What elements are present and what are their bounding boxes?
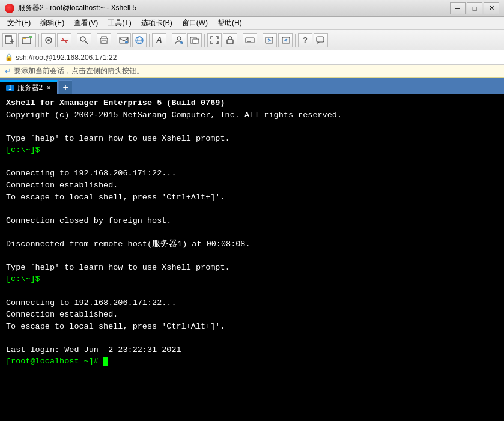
- terminal-line-6: [6, 156, 498, 168]
- new-session-button[interactable]: [2, 33, 17, 47]
- properties-button[interactable]: [41, 33, 56, 47]
- svg-rect-21: [193, 39, 199, 43]
- terminal-line-11: Connection closed by foreign host.: [6, 215, 498, 227]
- svg-rect-4: [29, 36, 32, 38]
- svg-rect-14: [125, 41, 128, 43]
- menu-help[interactable]: 帮助(H): [213, 17, 247, 29]
- menu-edit[interactable]: 编辑(E): [35, 17, 69, 29]
- send-button[interactable]: [117, 33, 131, 47]
- toolbar-sep-10: [295, 34, 296, 47]
- terminal-line-5: [c:\~]$: [6, 144, 498, 156]
- open-button[interactable]: [18, 33, 36, 47]
- terminal-line-2: Copyright (c) 2002-2015 NetSarang Comput…: [6, 109, 498, 121]
- toolbar-sep-3: [94, 34, 94, 47]
- terminal-line-7: Connecting to 192.168.206.171:22...: [6, 168, 498, 180]
- terminal-line-10: [6, 203, 498, 215]
- toolbar-sep-8: [240, 34, 240, 47]
- toolbar-sep-6: [169, 34, 169, 47]
- network-button[interactable]: [132, 33, 147, 47]
- terminal-line-13: Disconnected from remote host(服务器1) at 0…: [6, 238, 498, 250]
- svg-rect-23: [246, 38, 254, 43]
- terminal-line-9: To escape to local shell, press 'Ctrl+Al…: [6, 192, 498, 204]
- window-controls: ─ □ ✕: [450, 2, 499, 14]
- svg-rect-28: [266, 37, 273, 43]
- menu-tab[interactable]: 选项卡(B): [136, 17, 177, 29]
- address-bar: 🔒 ssh://root@192.168.206.171:22: [0, 50, 504, 65]
- tab-number: 1: [6, 85, 14, 91]
- terminal-line-12: [6, 226, 498, 238]
- menu-bar: 文件(F) 编辑(E) 查看(V) 工具(T) 选项卡(B) 窗口(W) 帮助(…: [0, 17, 504, 30]
- tip-arrow-icon: ↵: [5, 67, 11, 76]
- svg-point-19: [180, 41, 183, 44]
- window-title: 服务器2 - root@localhost:~ - Xshell 5: [18, 3, 450, 13]
- tab-close-icon[interactable]: ✕: [46, 85, 51, 91]
- terminal-area[interactable]: Xshell for Xmanager Enterprise 5 (Build …: [0, 94, 504, 421]
- toolbar-sep-2: [74, 34, 74, 47]
- xagent-button[interactable]: [172, 33, 186, 47]
- tip-bar: ↵ 要添加当前会话，点击左侧的箭头按钮。: [0, 65, 504, 78]
- terminal-line-19: Connection established.: [6, 309, 498, 321]
- toolbar-sep-5: [149, 34, 150, 47]
- terminal-line-21: [6, 332, 498, 344]
- terminal-line-8: Connection established.: [6, 180, 498, 192]
- terminal-line-1: Xshell for Xmanager Enterprise 5 (Build …: [6, 97, 498, 109]
- maximize-button[interactable]: □: [467, 2, 482, 14]
- toolbar-sep-9: [260, 34, 260, 47]
- add-tab-button[interactable]: +: [59, 80, 72, 94]
- keyboard-button[interactable]: [243, 33, 257, 47]
- terminal-line-17: [6, 285, 498, 297]
- app-window: 服务器2 - root@localhost:~ - Xshell 5 ─ □ ✕…: [0, 0, 504, 421]
- terminal-line-16: [c:\~]$: [6, 273, 498, 285]
- terminal-line-3: [6, 121, 498, 133]
- terminal-line-4: Type `help' to learn how to use Xshell p…: [6, 133, 498, 145]
- svg-rect-22: [227, 40, 233, 44]
- terminal-cursor: [103, 357, 108, 366]
- toolbar-sep-7: [204, 34, 205, 47]
- app-icon: [5, 4, 14, 13]
- fullscreen-button[interactable]: [207, 33, 222, 47]
- svg-rect-0: [5, 36, 11, 43]
- disconnect-button[interactable]: [57, 33, 71, 47]
- font-button[interactable]: A: [152, 33, 166, 47]
- toolbar-sep-4: [114, 34, 114, 47]
- terminal-line-22: Last login: Wed Jun 2 23:22:31 2021: [6, 344, 498, 356]
- help-button[interactable]: ?: [298, 33, 312, 47]
- svg-point-9: [80, 37, 85, 41]
- svg-line-10: [85, 41, 88, 44]
- minimize-button[interactable]: ─: [450, 2, 466, 14]
- terminal-prompt: [root@localhost ~]#: [6, 357, 103, 366]
- address-url: ssh://root@192.168.206.171:22: [16, 53, 117, 62]
- arrow-left-button[interactable]: [278, 33, 293, 47]
- print-button[interactable]: [97, 33, 111, 47]
- svg-rect-30: [317, 37, 324, 42]
- svg-rect-29: [282, 37, 290, 43]
- tab-bar: 1 服务器2 ✕ +: [0, 78, 504, 94]
- menu-tools[interactable]: 工具(T): [103, 17, 136, 29]
- lock-button[interactable]: [223, 33, 237, 47]
- title-bar: 服务器2 - root@localhost:~ - Xshell 5 ─ □ ✕: [0, 0, 504, 17]
- terminal-line-18: Connecting to 192.168.206.171:22...: [6, 297, 498, 309]
- close-button[interactable]: ✕: [484, 2, 499, 14]
- menu-view[interactable]: 查看(V): [69, 17, 103, 29]
- terminal-line-15: Type `help' to learn how to use Xshell p…: [6, 262, 498, 274]
- menu-file[interactable]: 文件(F): [2, 17, 35, 29]
- terminal-line-23: [root@localhost ~]#: [6, 356, 498, 368]
- menu-window[interactable]: 窗口(W): [177, 17, 213, 29]
- xforward-button[interactable]: [187, 33, 202, 47]
- svg-point-18: [177, 37, 181, 40]
- terminal-line-20: To escape to local shell, press 'Ctrl+Al…: [6, 321, 498, 333]
- toolbar: A ?: [0, 30, 504, 50]
- toolbar-sep-1: [38, 34, 39, 47]
- lock-icon: 🔒: [5, 53, 13, 61]
- tip-text: 要添加当前会话，点击左侧的箭头按钮。: [14, 66, 144, 76]
- terminal-line-14: [6, 250, 498, 262]
- search-button[interactable]: [77, 33, 91, 47]
- chat-button[interactable]: [314, 33, 328, 47]
- svg-point-6: [47, 39, 50, 41]
- arrow-right-button[interactable]: [263, 33, 277, 47]
- tab-server2[interactable]: 1 服务器2 ✕: [0, 80, 58, 94]
- tab-label: 服务器2: [17, 83, 43, 93]
